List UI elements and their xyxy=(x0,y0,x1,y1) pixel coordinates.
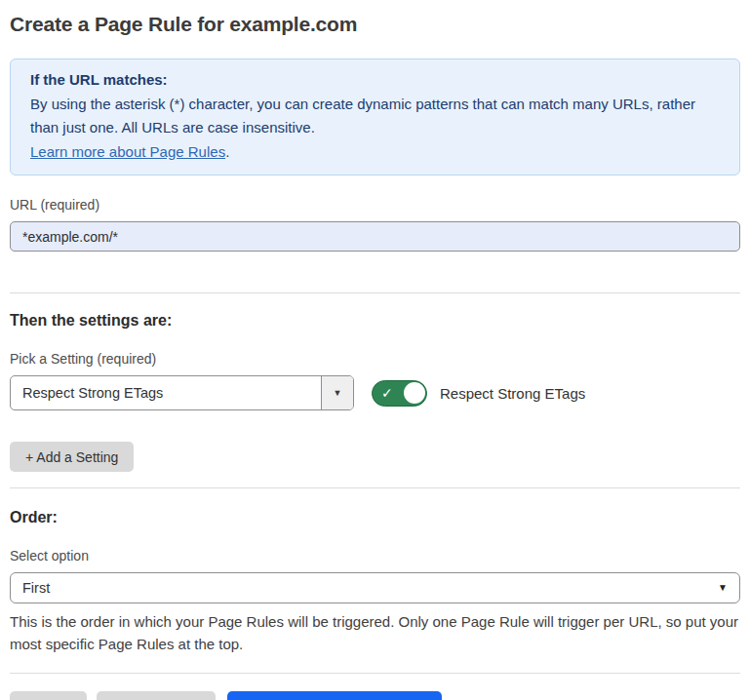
setting-select-arrow-button[interactable]: ▼ xyxy=(321,376,353,409)
save-deploy-button[interactable]: Save and Deploy Page Rule xyxy=(227,691,442,700)
pick-setting-label: Pick a Setting (required) xyxy=(10,351,740,367)
caret-down-icon: ▼ xyxy=(718,583,728,593)
add-setting-button[interactable]: + Add a Setting xyxy=(10,442,134,472)
setting-row: Respect Strong ETags ▼ ✓ Respect Strong … xyxy=(10,375,740,410)
caret-down-icon: ▼ xyxy=(334,389,342,398)
order-select-value: First xyxy=(22,580,718,596)
section-divider xyxy=(10,487,740,488)
info-box-link-line: Learn more about Page Rules. xyxy=(30,140,720,165)
save-draft-button[interactable]: Save as Draft xyxy=(97,691,216,700)
setting-select[interactable]: Respect Strong ETags ▼ xyxy=(10,375,354,410)
learn-more-link[interactable]: Learn more about Page Rules xyxy=(30,143,225,160)
footer-divider xyxy=(10,673,740,674)
toggle-knob xyxy=(404,382,425,404)
url-match-info-box: If the URL matches: By using the asteris… xyxy=(10,58,740,175)
info-box-body: By using the asterisk (*) character, you… xyxy=(30,93,720,140)
info-box-heading: If the URL matches: xyxy=(30,68,720,93)
url-input[interactable] xyxy=(10,221,740,252)
link-suffix: . xyxy=(225,143,229,160)
etags-toggle-label: Respect Strong ETags xyxy=(440,385,585,402)
section-divider xyxy=(10,292,740,293)
order-select[interactable]: First ▼ xyxy=(10,572,740,603)
page-title: Create a Page Rule for example.com xyxy=(10,13,740,36)
etags-toggle[interactable]: ✓ xyxy=(372,380,427,407)
footer-button-row: Cancel Save as Draft Save and Deploy Pag… xyxy=(10,691,740,700)
order-description: This is the order in which your Page Rul… xyxy=(10,610,740,655)
settings-section-heading: Then the settings are: xyxy=(10,312,740,330)
order-section-heading: Order: xyxy=(10,509,740,526)
setting-select-value: Respect Strong ETags xyxy=(11,385,321,401)
create-page-rule-form: Create a Page Rule for example.com If th… xyxy=(0,13,750,700)
url-label: URL (required) xyxy=(10,197,740,213)
check-icon: ✓ xyxy=(381,386,393,400)
order-select-label: Select option xyxy=(10,548,740,564)
cancel-button[interactable]: Cancel xyxy=(10,691,87,700)
